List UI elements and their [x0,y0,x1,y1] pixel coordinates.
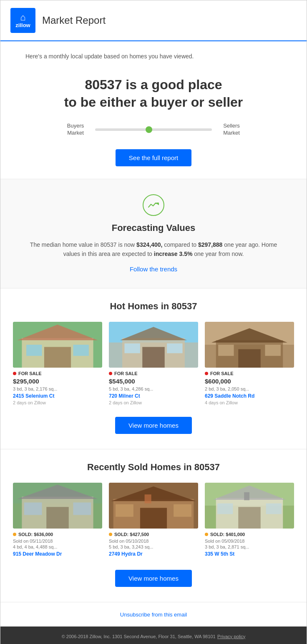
hot-homes-section: Hot Homes in 80537 FOR SALE [0,288,307,449]
see-full-report-button[interactable]: See the full report [116,149,191,166]
trend-icon [148,201,159,209]
footer-bar: © 2006-2018 Zillow, Inc. 1301 Second Ave… [0,626,307,644]
hot-home-days-2: 2 days on Zillow [109,400,198,405]
sold-home-address-1[interactable]: 915 Deer Meadow Dr [13,551,102,557]
forecast-body: The median home value in 80537 is now $3… [25,240,282,259]
forecast-body-end: one year from now. [192,251,244,257]
sold-home-details-1: 4 bd, 4 ba, 4,488 sq... [13,544,102,549]
zillow-logo-wordmark: zillow [15,22,30,28]
svg-rect-24 [46,507,69,529]
hot-home-status-2: FOR SALE [109,371,198,376]
hot-home-card-2: FOR SALE $545,000 5 bd, 3 ba, 4,286 sq..… [109,322,198,405]
slider-track [95,128,212,131]
hot-home-address-2[interactable]: 720 Milner Ct [109,393,198,399]
sold-home-card-1: SOLD: $636,000 Sold on 05/11/2018 4 bd, … [13,483,102,558]
svg-rect-31 [116,504,133,517]
forecast-body-prefix: The median home value in 80537 is now [30,241,136,248]
house-svg-1 [13,322,102,368]
footer-copyright: © 2006-2018 Zillow, Inc. 1301 Second Ave… [62,634,216,639]
sold-home-image-2 [109,483,198,529]
hero-section: 80537 is a good place to be either a buy… [0,68,307,179]
sold-home-date-1: Sold on 05/11/2018 [13,539,102,544]
unsubscribe-section: Unsubscribe from this email [0,602,307,626]
svg-rect-11 [124,343,140,353]
hot-home-price-2: $545,000 [109,378,198,385]
sold-home-status-2: SOLD: $427,500 [109,532,198,537]
hot-home-image-3 [205,322,294,368]
zillow-logo: ⌂ zillow [10,8,35,33]
sold-house-svg-2 [109,483,198,529]
sold-homes-title: Recently Sold Homes in 80537 [13,462,294,473]
sold-home-status-1: SOLD: $636,000 [13,532,102,537]
sold-home-image-3 [205,483,294,529]
sold-home-card-2: SOLD: $427,500 Sold on 05/10/2018 5 bd, … [109,483,198,558]
hot-home-image-2 [109,322,198,368]
sold-home-status-text-2: SOLD: $427,500 [114,532,149,537]
hot-home-details-2: 5 bd, 3 ba, 4,286 sq... [109,386,198,391]
svg-rect-12 [167,343,182,353]
hot-home-address-1[interactable]: 2415 Selenium Ct [13,393,102,399]
svg-rect-10 [142,347,165,368]
hot-home-image-1 [13,322,102,368]
svg-rect-17 [238,349,261,367]
email-container: ⌂ zillow Market Report Here's a monthly … [0,0,307,644]
sold-dot-1 [13,533,16,536]
svg-rect-25 [24,502,42,515]
forecast-icon [143,194,164,216]
hot-home-status-text-1: FOR SALE [18,371,42,376]
intro-section: Here's a monthly local update based on h… [0,41,307,68]
status-dot-3 [205,372,208,375]
hot-home-days-3: 4 days on Zillow [205,400,294,405]
house-svg-3 [205,322,294,368]
buyers-market-label: Buyers Market [61,123,90,137]
sellers-market-label: Sellers Market [217,123,246,137]
hot-home-status-text-2: FOR SALE [114,371,138,376]
hot-home-card-3: FOR SALE $600,000 2 bd, 3 ba, 2,050 sq..… [205,322,294,405]
sold-home-address-2[interactable]: 2749 Hydra Dr [109,551,198,557]
svg-rect-18 [218,345,234,356]
svg-rect-39 [217,503,233,514]
hot-home-details-1: 3 bd, 3 ba, 2,176 sq... [13,386,102,391]
svg-rect-30 [140,508,167,529]
hot-homes-grid: FOR SALE $295,000 3 bd, 3 ba, 2,176 sq..… [13,322,294,405]
header: ⌂ zillow Market Report [0,0,307,41]
sold-home-address-3[interactable]: 335 W 5th St [205,551,294,557]
unsubscribe-link[interactable]: Unsubscribe from this email [120,611,187,618]
sold-dot-2 [109,533,112,536]
hot-home-status-text-3: FOR SALE [210,371,234,376]
hot-homes-btn-container: View more homes [13,417,294,434]
hot-homes-title: Hot Homes in 80537 [13,301,294,312]
slider-thumb [146,126,152,133]
svg-rect-33 [145,494,151,503]
sold-homes-section: Recently Sold Homes in 80537 [0,449,307,602]
forecast-body-mid: compared to [162,241,198,248]
svg-rect-4 [26,345,42,356]
sold-home-image-1 [13,483,102,529]
svg-rect-26 [73,502,91,515]
forecast-current-value: $324,400, [136,241,162,248]
market-slider: Buyers Market Sellers Market [25,123,282,137]
hot-home-address-3[interactable]: 629 Saddle Notch Rd [205,393,294,399]
house-svg-2 [109,322,198,368]
headline-line1: 80537 is a good place [85,77,222,92]
hot-home-price-1: $295,000 [13,378,102,385]
sold-home-date-2: Sold on 05/10/2018 [109,539,198,544]
hero-headline: 80537 is a good place to be either a buy… [25,76,282,111]
svg-rect-41 [244,492,249,500]
svg-rect-3 [44,347,71,368]
sold-home-status-3: SOLD: $401,000 [205,532,294,537]
sold-house-svg-3 [205,483,294,529]
follow-trends-link[interactable]: Follow the trends [130,266,177,273]
hot-home-status-3: FOR SALE [205,371,294,376]
forecast-title: Forecasting Values [25,223,282,233]
hot-home-details-3: 2 bd, 3 ba, 2,050 sq... [205,386,294,391]
forecast-section: Forecasting Values The median home value… [0,179,307,288]
svg-rect-5 [73,345,88,356]
forecast-increase: increase 3.5% [154,251,193,257]
svg-rect-40 [266,503,282,514]
view-more-hot-homes-button[interactable]: View more homes [115,417,192,434]
view-more-sold-homes-button[interactable]: View more homes [115,570,192,587]
hot-home-price-3: $600,000 [205,378,294,385]
privacy-policy-link[interactable]: Privacy policy [217,634,245,639]
hot-home-card-1: FOR SALE $295,000 3 bd, 3 ba, 2,176 sq..… [13,322,102,405]
